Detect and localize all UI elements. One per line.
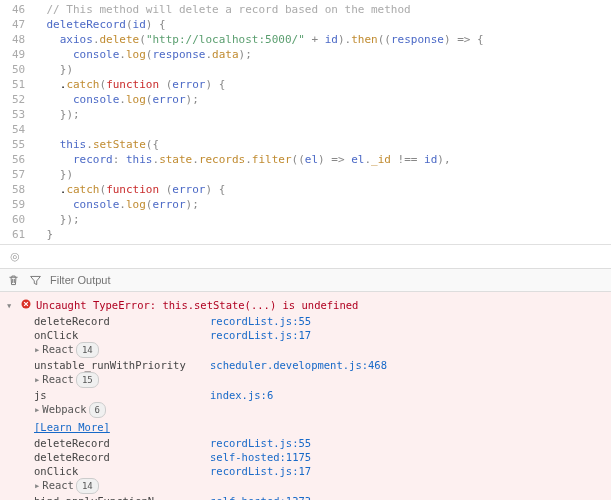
stack-group-toggle[interactable]: ▸React14 [34,342,605,358]
stack-frame: onClickrecordList.js:17 [34,328,605,342]
stack-trace-2: deleteRecordrecordList.js:55deleteRecord… [34,436,605,500]
stack-frame-fn: js [34,388,210,402]
stack-trace-1: deleteRecordrecordList.js:55onClickrecor… [34,314,605,418]
console-panel: ▾ Uncaught TypeError: this.setState(...)… [0,292,611,500]
chevron-right-icon: ▸ [34,479,40,491]
error-icon [20,298,32,310]
quick-open-hint: ◎ [0,244,611,268]
stack-group-toggle[interactable]: ▸React14 [34,478,605,494]
stack-frame-fn: unstable_runWithPriority [34,358,210,372]
stack-frame-location[interactable]: self-hosted:1175 [210,450,311,464]
chevron-right-icon: ▸ [34,403,40,415]
stack-frame: deleteRecordrecordList.js:55 [34,314,605,328]
stack-frame-fn: deleteRecord [34,450,210,464]
collapse-caret-icon[interactable]: ▾ [6,298,16,312]
stack-group-label: Webpack [42,403,86,415]
stack-group-label: React [42,373,74,385]
stack-group-toggle[interactable]: ▸Webpack6 [34,402,605,418]
stack-frame: deleteRecordrecordList.js:55 [34,436,605,450]
target-icon: ◎ [10,250,20,262]
filter-output-input[interactable] [50,274,170,286]
stack-frame-fn: onClick [34,328,210,342]
stack-frame: bind_applyFunctionNself-hosted:1373 [34,494,605,500]
stack-frame-location[interactable]: self-hosted:1373 [210,494,311,500]
stack-frame-location[interactable]: index.js:6 [210,388,273,402]
console-toolbar [0,268,611,292]
chevron-right-icon: ▸ [34,373,40,385]
stack-frame-fn: bind_applyFunctionN [34,494,210,500]
stack-frame: deleteRecordself-hosted:1175 [34,450,605,464]
line-gutter: 46474849505152535455565758596061 [0,0,33,244]
error-message: Uncaught TypeError: this.setState(...) i… [36,298,358,312]
stack-frame: unstable_runWithPriorityscheduler.develo… [34,358,605,372]
filter-icon[interactable] [28,273,42,287]
code-editor[interactable]: 46474849505152535455565758596061 // This… [0,0,611,244]
stack-group-toggle[interactable]: ▸React15 [34,372,605,388]
stack-frame-location[interactable]: recordList.js:55 [210,436,311,450]
stack-group-count: 6 [89,402,106,418]
chevron-right-icon: ▸ [34,343,40,355]
stack-frame-fn: deleteRecord [34,314,210,328]
stack-frame: onClickrecordList.js:17 [34,464,605,478]
stack-frame-fn: onClick [34,464,210,478]
stack-group-label: React [42,343,74,355]
stack-frame-location[interactable]: recordList.js:17 [210,464,311,478]
stack-frame-location[interactable]: recordList.js:55 [210,314,311,328]
stack-group-count: 14 [76,342,99,358]
stack-frame: jsindex.js:6 [34,388,605,402]
stack-group-label: React [42,479,74,491]
stack-frame-fn: deleteRecord [34,436,210,450]
stack-group-count: 15 [76,372,99,388]
stack-frame-location[interactable]: scheduler.development.js:468 [210,358,387,372]
learn-more-link[interactable]: [Learn More] [34,421,110,433]
stack-group-count: 14 [76,478,99,494]
trash-icon[interactable] [6,273,20,287]
code-content[interactable]: // This method will delete a record base… [33,0,483,244]
stack-frame-location[interactable]: recordList.js:17 [210,328,311,342]
